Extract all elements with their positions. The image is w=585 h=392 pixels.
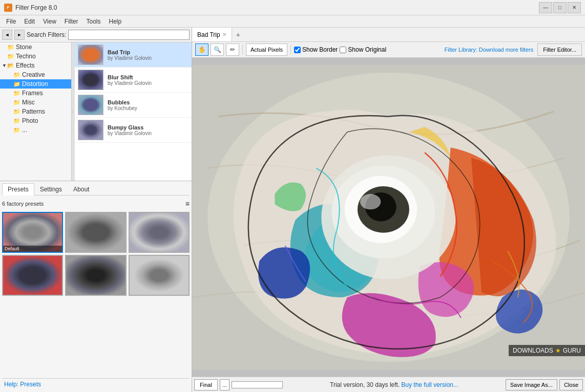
right-panel: Bad Trip ✕ + ✋ 🔍 ✏ Actual Pixels Show Bo… — [192, 28, 585, 392]
app-title: Filter Forge 8.0 — [15, 4, 539, 11]
save-image-button[interactable]: Save Image As... — [506, 379, 557, 390]
presets-grid: Default — [2, 210, 190, 298]
trial-text: Trial version, 30 days left. — [330, 381, 400, 388]
presets-count: 6 factory presets — [2, 201, 44, 207]
search-input[interactable] — [68, 30, 190, 40]
tree-item-distortion[interactable]: 📁 Distortion — [0, 79, 71, 89]
preset-item-2[interactable] — [65, 212, 126, 253]
eyedropper-tool-button[interactable]: ✏ — [226, 43, 239, 56]
tree-item-creative[interactable]: 📁 Creative — [0, 70, 71, 79]
preview-tab-close[interactable]: ✕ — [222, 32, 226, 37]
menu-help[interactable]: Help — [105, 15, 126, 27]
filter-thumb-blur-shift — [78, 70, 103, 90]
minimize-button[interactable]: — — [539, 2, 552, 13]
svg-point-7 — [360, 194, 381, 209]
filter-list-panel: Bad Trip by Vladimir Golovin Blur Shift … — [75, 42, 192, 181]
buy-link[interactable]: Buy the full version... — [401, 381, 458, 388]
tree-item-stone[interactable]: 📁 Stone — [0, 42, 71, 52]
window-controls: — □ ✕ — [539, 2, 581, 13]
tree-item-techno[interactable]: 📁 Techno — [0, 52, 71, 61]
preset-item-default[interactable]: Default — [2, 212, 63, 253]
menubar: File Edit View Filter Tools Help — [0, 15, 585, 28]
filter-editor-button[interactable]: Filter Editor... — [537, 43, 582, 56]
menu-filter[interactable]: Filter — [60, 15, 82, 27]
menu-edit[interactable]: Edit — [20, 15, 39, 27]
preview-toolbar: ✋ 🔍 ✏ Actual Pixels Show Border Show Ori… — [192, 42, 585, 58]
filter-item-blur-shift[interactable]: Blur Shift by Vladimir Golovin — [75, 68, 192, 93]
tree-item-patterns[interactable]: 📁 Patterns — [0, 107, 71, 116]
tree-item-other[interactable]: 📁 ... — [0, 125, 71, 135]
menu-tools[interactable]: Tools — [82, 15, 105, 27]
menu-file[interactable]: File — [2, 15, 20, 27]
toolbar-separator — [242, 45, 243, 55]
tab-about[interactable]: About — [68, 183, 95, 195]
filter-thumb-bad-trip — [78, 45, 103, 65]
left-panel: ◄ ► Search Filters: 📁 Stone 📁 — [0, 28, 192, 392]
main-layout: ◄ ► Search Filters: 📁 Stone 📁 — [0, 28, 585, 392]
filter-thumb-bumpy-glass — [78, 120, 103, 140]
watermark: DOWNLOADS ★ GURU — [509, 345, 585, 356]
tab-presets[interactable]: Presets — [2, 183, 34, 195]
preset-label-default: Default — [3, 246, 62, 252]
filter-item-bubbles[interactable]: Bubbles by Kochubey — [75, 93, 192, 118]
filter-section: ◄ ► Search Filters: 📁 Stone 📁 — [0, 28, 192, 181]
show-border-checkbox[interactable]: Show Border — [294, 46, 338, 53]
toolbar-separator-2 — [290, 45, 291, 55]
tree-item-frames[interactable]: 📁 Frames — [0, 89, 71, 98]
search-bar: ◄ ► Search Filters: — [0, 28, 192, 42]
show-border-label: Show Border — [302, 46, 338, 53]
menu-view[interactable]: View — [39, 15, 60, 27]
help-bar[interactable]: Help: Presets — [2, 378, 190, 390]
more-button[interactable]: ... — [220, 379, 229, 390]
preset-item-3[interactable] — [129, 212, 190, 253]
titlebar: F Filter Forge 8.0 — □ ✕ — [0, 0, 585, 15]
close-preview-button[interactable]: Close — [559, 379, 583, 390]
app-icon: F — [4, 4, 12, 12]
hand-tool-button[interactable]: ✋ — [195, 43, 208, 56]
filter-library-link[interactable]: Filter Library: Download more filters — [445, 47, 534, 53]
preview-tab-add[interactable]: + — [232, 29, 244, 41]
filter-item-bad-trip[interactable]: Bad Trip by Vladimir Golovin — [75, 42, 192, 68]
tab-settings[interactable]: Settings — [34, 183, 68, 195]
tree-item-photo[interactable]: 📁 Photo — [0, 116, 71, 125]
status-bar: Final ... Trial version, 30 days left. B… — [192, 377, 585, 392]
search-label: Search Filters: — [27, 31, 66, 38]
presets-menu-icon[interactable]: ≡ — [185, 200, 190, 208]
preset-item-6[interactable] — [129, 255, 190, 296]
watermark-suffix: GURU — [563, 347, 581, 354]
presets-header: 6 factory presets ≡ — [2, 198, 190, 210]
nav-forward-button[interactable]: ► — [14, 30, 25, 40]
tree-item-misc[interactable]: 📁 Misc — [0, 98, 71, 107]
progress-bar — [232, 381, 283, 388]
final-button[interactable]: Final — [194, 379, 218, 390]
preset-item-5[interactable] — [65, 255, 126, 296]
bottom-panel: Presets Settings About 6 factory presets… — [0, 181, 192, 392]
help-text: Help: Presets — [4, 381, 41, 388]
close-button[interactable]: ✕ — [568, 2, 581, 13]
maximize-button[interactable]: □ — [553, 2, 567, 13]
nav-back-button[interactable]: ◄ — [2, 30, 12, 40]
show-original-checkbox[interactable]: Show Original — [340, 46, 386, 53]
preview-area: DOWNLOADS ★ GURU — [192, 58, 585, 377]
tree-panel: 📁 Stone 📁 Techno ▼ 📂 Effects — [0, 42, 72, 181]
filter-thumb-bubbles — [78, 95, 103, 115]
filter-item-bumpy-glass[interactable]: Bumpy Glass by Vladimir Golovin — [75, 118, 192, 143]
tree-item-effects[interactable]: ▼ 📂 Effects — [0, 61, 71, 70]
watermark-text: DOWNLOADS — [513, 347, 553, 354]
status-text: Trial version, 30 days left. Buy the ful… — [285, 381, 504, 388]
actual-pixels-button[interactable]: Actual Pixels — [246, 43, 287, 56]
preview-tab-label: Bad Trip — [197, 31, 220, 38]
watermark-star: ★ — [555, 347, 561, 354]
zoom-tool-button[interactable]: 🔍 — [211, 43, 224, 56]
preview-tabs: Bad Trip ✕ + — [192, 28, 585, 42]
tabs-bar: Presets Settings About — [2, 183, 190, 195]
preset-item-4[interactable] — [2, 255, 63, 296]
preview-tab-bad-trip[interactable]: Bad Trip ✕ — [192, 28, 232, 41]
show-original-label: Show Original — [348, 46, 386, 53]
split-container: 📁 Stone 📁 Techno ▼ 📂 Effects — [0, 42, 192, 181]
